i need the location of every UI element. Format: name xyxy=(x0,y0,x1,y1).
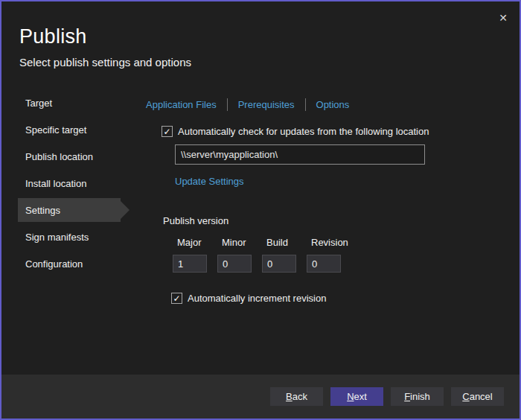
next-button[interactable]: Next xyxy=(330,387,383,406)
auto-update-checkbox[interactable]: ✓ xyxy=(162,126,173,137)
cancel-button[interactable]: Cancel xyxy=(451,387,504,406)
revision-label: Revision xyxy=(307,237,351,249)
tab-options[interactable]: Options xyxy=(316,99,350,110)
finish-button-label: Finish xyxy=(404,391,430,402)
increment-revision-checkbox-row: ✓ Automatically increment revision xyxy=(171,293,326,304)
back-button[interactable]: Back xyxy=(270,387,323,406)
sidebar-item-install-location[interactable]: Install location xyxy=(18,170,121,197)
settings-tab-bar: Application Files Prerequisites Options xyxy=(146,97,349,112)
publish-dialog: ✕ Publish Select publish settings and op… xyxy=(0,0,521,420)
auto-update-checkbox-row: ✓ Automatically check for updates from t… xyxy=(162,126,429,137)
sidebar-item-target[interactable]: Target xyxy=(18,89,121,116)
sidebar-item-settings[interactable]: Settings xyxy=(18,198,121,222)
build-field[interactable] xyxy=(262,255,296,273)
page-subtitle: Select publish settings and options xyxy=(19,56,191,69)
cancel-button-label: Cancel xyxy=(462,391,492,402)
sidebar-item-specific-target[interactable]: Specific target xyxy=(18,116,121,143)
sidebar-item-sign-manifests[interactable]: Sign manifests xyxy=(18,223,121,250)
sidebar-item-configuration[interactable]: Configuration xyxy=(18,250,121,277)
publish-version-label: Publish version xyxy=(163,215,228,226)
tab-application-files[interactable]: Application Files xyxy=(146,99,217,110)
publish-version-grid: Major Minor Build Revision xyxy=(173,237,351,273)
checkmark-icon: ✓ xyxy=(163,127,170,136)
update-location-input[interactable] xyxy=(175,144,425,165)
tab-divider xyxy=(305,98,306,111)
update-settings-link[interactable]: Update Settings xyxy=(175,176,244,187)
checkmark-icon: ✓ xyxy=(173,294,180,303)
revision-field[interactable] xyxy=(307,255,341,273)
dialog-footer: Back Next Finish Cancel xyxy=(1,375,520,419)
next-button-label: Next xyxy=(347,391,367,402)
major-label: Major xyxy=(173,237,217,249)
increment-revision-checkbox-label: Automatically increment revision xyxy=(188,293,326,304)
tab-prerequisites[interactable]: Prerequisites xyxy=(238,99,295,110)
auto-update-checkbox-label: Automatically check for updates from the… xyxy=(178,126,429,137)
wizard-step-list: Target Specific target Publish location … xyxy=(18,89,132,277)
sidebar-item-publish-location[interactable]: Publish location xyxy=(18,143,121,170)
back-button-label: Back xyxy=(286,391,307,402)
finish-button[interactable]: Finish xyxy=(391,387,444,406)
close-icon[interactable]: ✕ xyxy=(494,9,512,27)
build-label: Build xyxy=(262,237,307,249)
increment-revision-checkbox[interactable]: ✓ xyxy=(171,293,182,304)
minor-field[interactable] xyxy=(217,255,252,273)
tab-divider xyxy=(227,98,228,111)
page-title: Publish xyxy=(19,25,87,48)
major-field[interactable] xyxy=(173,255,207,273)
minor-label: Minor xyxy=(217,237,262,249)
